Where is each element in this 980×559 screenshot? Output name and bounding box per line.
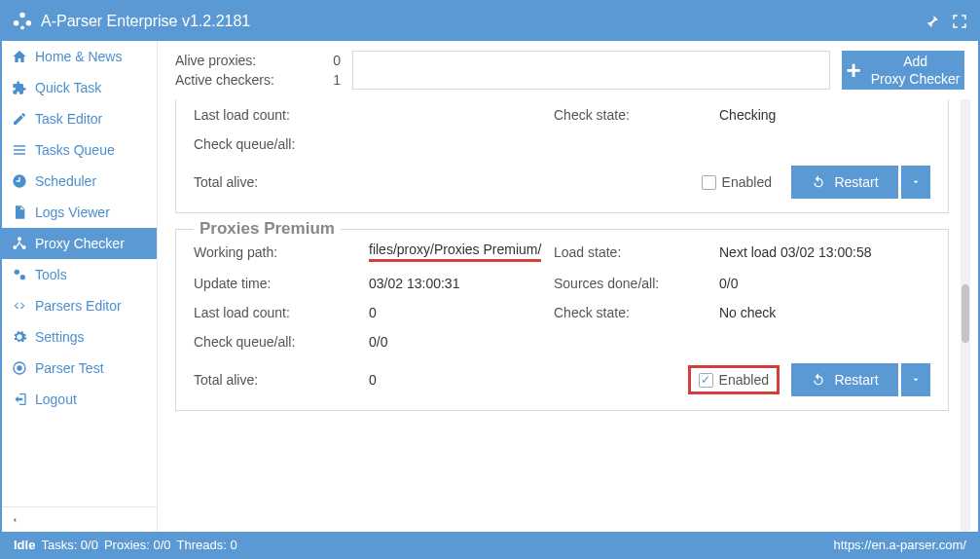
sidebar-item-label: Task Editor: [35, 111, 102, 127]
restart-button[interactable]: Restart: [791, 166, 898, 199]
sidebar-item-parsers-editor[interactable]: Parsers Editor: [2, 290, 157, 321]
sidebar-collapse-toggle[interactable]: [2, 506, 157, 532]
add-button-label: Add Proxy Checker: [871, 53, 961, 88]
working-path-value: files/proxy/Proxies Premium/: [369, 242, 541, 262]
total-alive-label: Total alive:: [194, 174, 369, 190]
home-icon: [12, 49, 27, 64]
enabled-label: Enabled: [722, 174, 772, 190]
top-bar: Alive proxies:0 Active checkers:1 + Add …: [158, 41, 978, 99]
last-load-count-label: Last load count:: [194, 107, 369, 123]
sidebar-item-label: Logout: [35, 391, 77, 407]
enabled-checkbox-group[interactable]: Enabled: [694, 170, 780, 194]
load-state-label: Load state:: [554, 244, 719, 260]
enabled-checkbox-group[interactable]: Enabled: [688, 365, 780, 394]
fullscreen-icon[interactable]: [951, 13, 968, 30]
pencil-icon: [12, 111, 27, 127]
alive-proxies-value: 0: [333, 53, 341, 68]
sidebar-item-label: Quick Task: [35, 80, 101, 95]
stats-block: Alive proxies:0 Active checkers:1: [175, 51, 341, 90]
working-path-label: Working path:: [194, 244, 369, 260]
restart-button[interactable]: Restart: [791, 363, 898, 396]
sidebar-item-task-editor[interactable]: Task Editor: [2, 103, 157, 134]
last-load-count-label: Last load count:: [194, 305, 369, 320]
status-bar: Idle Tasks: 0/0 Proxies: 0/0 Threads: 0 …: [2, 532, 978, 557]
sidebar-item-logout[interactable]: Logout: [2, 384, 157, 415]
sidebar-item-label: Settings: [35, 329, 85, 345]
sidebar-item-proxy-checker[interactable]: Proxy Checker: [2, 228, 157, 259]
puzzle-icon: [12, 80, 27, 95]
update-time-value: 03/02 13:00:31: [369, 276, 554, 291]
check-queue-label: Check queue/all:: [194, 334, 369, 350]
caret-down-icon: [911, 177, 921, 187]
svg-point-7: [15, 270, 19, 275]
active-checkers-value: 1: [333, 72, 341, 88]
restart-label: Restart: [834, 174, 878, 190]
update-time-label: Update time:: [194, 276, 369, 291]
sidebar-item-home[interactable]: Home & News: [2, 41, 157, 72]
sidebar-item-settings[interactable]: Settings: [2, 321, 157, 353]
checker-panel-proxies-premium: Proxies Premium Working path: files/prox…: [175, 229, 949, 411]
sidebar-item-label: Logs Viewer: [35, 205, 110, 220]
sidebar-item-quick-task[interactable]: Quick Task: [2, 72, 157, 103]
add-proxy-checker-button[interactable]: + Add Proxy Checker: [842, 51, 964, 90]
svg-point-3: [20, 26, 24, 30]
checkbox-unchecked-icon: [702, 175, 716, 190]
svg-point-8: [20, 275, 25, 280]
check-state-label: Check state:: [554, 107, 719, 123]
document-icon: [12, 205, 27, 220]
svg-point-0: [19, 13, 25, 19]
sidebar-item-label: Tasks Queue: [35, 142, 115, 158]
total-alive-label: Total alive:: [194, 372, 369, 388]
plus-icon: +: [847, 57, 861, 83]
enabled-label: Enabled: [719, 372, 769, 388]
refresh-icon: [811, 372, 826, 388]
last-load-count-value: 0: [369, 305, 554, 320]
pin-icon[interactable]: [924, 13, 941, 30]
check-queue-value: 0/0: [369, 334, 554, 350]
svg-point-4: [18, 237, 21, 241]
alive-proxies-label: Alive proxies:: [175, 53, 256, 68]
check-state-value: No check: [719, 305, 930, 320]
checkbox-checked-icon: [699, 373, 713, 388]
chevron-left-icon: [10, 515, 19, 525]
vertical-scrollbar[interactable]: [961, 99, 970, 532]
sidebar-item-label: Parsers Editor: [35, 298, 122, 314]
status-url-link[interactable]: https://en.a-parser.com/: [833, 538, 966, 552]
restart-dropdown[interactable]: [901, 166, 930, 199]
sidebar-item-label: Home & News: [35, 49, 122, 64]
app-logo-icon: [12, 11, 33, 32]
code-icon: [12, 298, 27, 314]
logout-icon: [12, 391, 27, 407]
check-state-label: Check state:: [554, 305, 719, 320]
restart-dropdown[interactable]: [901, 363, 930, 396]
sidebar-item-label: Proxy Checker: [35, 236, 125, 251]
restart-label: Restart: [834, 372, 878, 388]
active-checkers-label: Active checkers:: [175, 72, 274, 88]
network-icon: [12, 236, 27, 251]
check-queue-label: Check queue/all:: [194, 136, 369, 152]
load-state-value: Next load 03/02 13:00:58: [719, 244, 930, 260]
clock-icon: [12, 173, 27, 189]
title-bar: A-Parser Enterprise v1.2.2181: [2, 2, 978, 41]
app-title: A-Parser Enterprise v1.2.2181: [41, 13, 914, 30]
sidebar-item-logs-viewer[interactable]: Logs Viewer: [2, 197, 157, 228]
svg-point-10: [17, 365, 21, 370]
sidebar-item-label: Parser Test: [35, 360, 104, 376]
sidebar-item-tools[interactable]: Tools: [2, 259, 157, 290]
scrollbar-thumb[interactable]: [962, 284, 969, 343]
sidebar-item-parser-test[interactable]: Parser Test: [2, 353, 157, 384]
status-tasks: Tasks: 0/0: [41, 538, 98, 552]
svg-point-1: [14, 20, 19, 26]
list-icon: [12, 142, 27, 158]
sidebar-item-tasks-queue[interactable]: Tasks Queue: [2, 134, 157, 166]
refresh-icon: [811, 174, 826, 190]
caret-down-icon: [911, 375, 921, 385]
sources-done-label: Sources done/all:: [554, 276, 719, 291]
sidebar-item-scheduler[interactable]: Scheduler: [2, 166, 157, 197]
svg-point-2: [26, 20, 31, 26]
sidebar-item-label: Scheduler: [35, 173, 96, 189]
panel-title: Proxies Premium: [194, 219, 341, 239]
total-alive-value: 0: [369, 372, 554, 388]
sidebar: Home & News Quick Task Task Editor Tasks…: [2, 41, 158, 532]
gear-icon: [12, 329, 27, 345]
